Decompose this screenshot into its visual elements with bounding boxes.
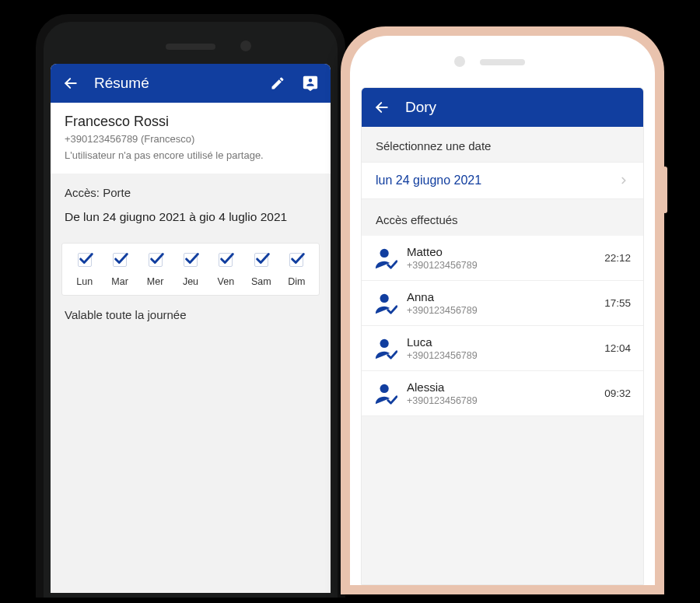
- day-toggle-dim[interactable]: Dim: [281, 253, 312, 287]
- access-entry-info: Anna+390123456789: [407, 290, 604, 316]
- phone-frame-inner: Dory Sélectionnez une date lun 24 giugno…: [350, 36, 655, 585]
- access-log-row[interactable]: Alessia+39012345678909:32: [362, 371, 643, 416]
- phone-speaker: [166, 44, 215, 50]
- day-toggle-mar[interactable]: Mar: [104, 253, 135, 287]
- chevron-right-icon: [618, 175, 629, 186]
- svg-point-2: [380, 248, 389, 257]
- checkbox: [78, 253, 92, 267]
- access-log-row[interactable]: Matteo+39012345678922:12: [362, 236, 643, 281]
- access-entry-info: Matteo+390123456789: [407, 245, 604, 271]
- arrow-left-icon: [63, 75, 79, 91]
- svg-point-4: [380, 338, 389, 347]
- day-label: Lun: [69, 276, 100, 287]
- access-entry-phone: +390123456789: [407, 350, 604, 361]
- day-toggle-ven[interactable]: Ven: [210, 253, 241, 287]
- checkbox: [289, 253, 303, 267]
- checkbox: [254, 253, 268, 267]
- access-entry-name: Alessia: [407, 380, 604, 394]
- user-check-icon: [374, 382, 397, 405]
- back-button[interactable]: [373, 98, 391, 117]
- pencil-icon: [270, 75, 285, 91]
- check-icon: [184, 250, 201, 267]
- checkbox: [113, 253, 127, 267]
- contact-button[interactable]: [301, 74, 320, 93]
- user-name: Francesco Rossi: [65, 114, 317, 130]
- access-log-list: Matteo+39012345678922:12Anna+39012345678…: [362, 236, 643, 416]
- edit-button[interactable]: [268, 74, 287, 93]
- access-entry-time: 09:32: [604, 387, 631, 399]
- check-icon: [219, 250, 236, 267]
- svg-point-3: [380, 293, 389, 302]
- validity-note: Valable toute la journée: [51, 296, 331, 334]
- day-toggle-mer[interactable]: Mer: [140, 253, 171, 287]
- access-log-row[interactable]: Anna+39012345678917:55: [362, 281, 643, 326]
- appbar: Résumé: [51, 64, 331, 103]
- check-icon: [113, 250, 130, 267]
- user-summary: Francesco Rossi +390123456789 (Francesco…: [51, 103, 331, 174]
- access-entry-name: Luca: [407, 335, 604, 349]
- date-prompt: Sélectionnez une date: [362, 127, 643, 162]
- access-entry-info: Luca+390123456789: [407, 335, 604, 361]
- svg-point-5: [380, 384, 389, 392]
- check-icon: [149, 250, 166, 267]
- user-check-icon: [374, 247, 397, 270]
- access-entry-info: Alessia+390123456789: [407, 380, 604, 406]
- access-entry-name: Matteo: [407, 245, 604, 258]
- date-picker-row[interactable]: lun 24 giugno 2021: [362, 162, 643, 199]
- contact-card-icon: [302, 75, 319, 92]
- arrow-left-icon: [374, 100, 390, 115]
- phone-side-button: [663, 167, 667, 213]
- day-label: Ven: [210, 276, 241, 287]
- access-entry-phone: +390123456789: [407, 395, 604, 406]
- access-entry-time: 12:04: [604, 342, 631, 354]
- checkbox: [219, 253, 233, 267]
- user-check-icon: [374, 292, 397, 315]
- checkbox: [149, 253, 163, 267]
- selected-date: lun 24 giugno 2021: [376, 174, 481, 188]
- day-label: Mar: [104, 276, 135, 287]
- check-icon: [78, 250, 95, 267]
- user-share-note: L'utilisateur n'a pas encore utilisé le …: [65, 149, 317, 161]
- back-button[interactable]: [61, 74, 80, 93]
- access-log-title: Accès effectués: [362, 199, 643, 236]
- user-phone: +390123456789 (Francesco): [65, 133, 317, 145]
- access-entry-time: 17:55: [604, 297, 631, 309]
- access-log-row[interactable]: Luca+39012345678912:04: [362, 326, 643, 371]
- day-label: Jeu: [175, 276, 206, 287]
- check-icon: [254, 250, 271, 267]
- access-entry-name: Anna: [407, 290, 604, 303]
- day-toggle-sam[interactable]: Sam: [246, 253, 277, 287]
- access-label: Accès: Porte: [65, 186, 317, 199]
- appbar-title: Dory: [405, 99, 632, 116]
- appbar-title: Résumé: [94, 75, 254, 92]
- day-toggle-lun[interactable]: Lun: [69, 253, 100, 287]
- day-label: Dim: [281, 276, 312, 287]
- phone-frame-android: Résumé Francesco Rossi +390123456789 (Fr…: [36, 14, 345, 598]
- day-toggle-jeu[interactable]: Jeu: [175, 253, 206, 287]
- checkbox: [184, 253, 198, 267]
- phone-camera: [454, 56, 465, 67]
- day-label: Sam: [246, 276, 277, 287]
- screen-resume: Résumé Francesco Rossi +390123456789 (Fr…: [51, 64, 331, 593]
- access-entry-phone: +390123456789: [407, 260, 604, 271]
- access-entry-time: 22:12: [604, 252, 631, 264]
- access-date-range: De lun 24 giugno 2021 à gio 4 luglio 202…: [65, 210, 317, 224]
- access-section: Accès: Porte De lun 24 giugno 2021 à gio…: [51, 174, 331, 232]
- day-label: Mer: [140, 276, 171, 287]
- screen-log: Dory Sélectionnez une date lun 24 giugno…: [361, 87, 644, 585]
- days-of-week-card: LunMarMerJeuVenSamDim: [61, 243, 320, 296]
- check-icon: [289, 250, 306, 267]
- phone-speaker: [480, 59, 525, 65]
- phone-camera: [240, 40, 251, 51]
- appbar: Dory: [362, 88, 643, 127]
- phone-frame-ios: Dory Sélectionnez une date lun 24 giugno…: [341, 26, 664, 594]
- access-entry-phone: +390123456789: [407, 305, 604, 316]
- user-check-icon: [374, 337, 397, 360]
- phone-frame-inner: Résumé Francesco Rossi +390123456789 (Fr…: [44, 22, 338, 598]
